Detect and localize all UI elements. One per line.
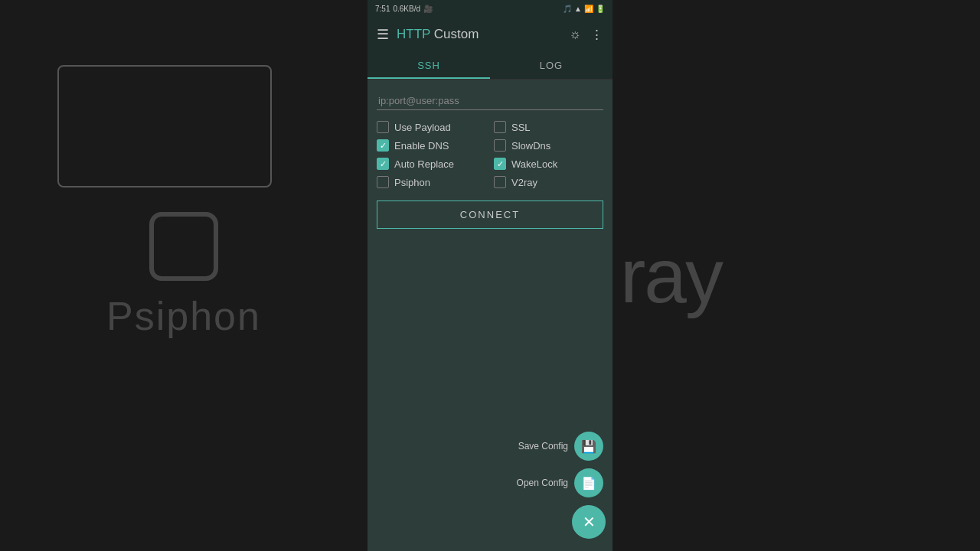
checkbox-enable-dns-label: Enable DNS xyxy=(394,140,449,152)
bg-outline-box xyxy=(57,65,272,187)
checkbox-auto-replace[interactable]: Auto Replace xyxy=(377,158,486,170)
phone-frame: 7:51 0.6KB/d 🎥 🎵 ▲ 📶 🔋 ☰ HTTP Custom ☼ ⋮… xyxy=(368,0,612,551)
checkbox-ssl-box[interactable] xyxy=(494,121,506,133)
more-options-icon[interactable]: ⋮ xyxy=(590,27,603,43)
close-icon: ✕ xyxy=(583,513,596,531)
psiphon-icon-bg xyxy=(149,212,218,281)
theme-icon[interactable]: ☼ xyxy=(569,27,581,42)
open-config-button[interactable]: 📄 xyxy=(574,468,603,497)
background-left: Psiphon xyxy=(0,0,368,551)
ssh-content: Use Payload SSL Enable DNS SlowDns Auto … xyxy=(368,80,612,551)
checkbox-v2ray-box[interactable] xyxy=(494,176,506,188)
checkbox-psiphon-label: Psiphon xyxy=(394,177,430,188)
battery-icon: 🔋 xyxy=(596,5,605,13)
camera-icon: 🎥 xyxy=(423,5,433,13)
checkbox-v2ray[interactable]: V2ray xyxy=(494,176,603,188)
checkbox-psiphon-box[interactable] xyxy=(377,176,389,188)
checkbox-slow-dns-label: SlowDns xyxy=(511,140,550,152)
checkbox-enable-dns-box[interactable] xyxy=(377,139,389,152)
background-right: ray xyxy=(605,0,980,551)
wifi-icon: ▲ xyxy=(574,5,582,13)
status-data: 0.6KB/d xyxy=(393,5,420,13)
checkbox-wake-lock[interactable]: WakeLock xyxy=(494,158,603,170)
status-bar: 7:51 0.6KB/d 🎥 🎵 ▲ 📶 🔋 xyxy=(368,0,612,17)
checkbox-slow-dns[interactable]: SlowDns xyxy=(494,139,603,152)
save-config-button[interactable]: 💾 xyxy=(574,432,603,461)
checkbox-use-payload-box[interactable] xyxy=(377,121,389,133)
ssh-input[interactable] xyxy=(377,92,603,110)
connect-button[interactable]: CONNECT xyxy=(377,201,603,229)
status-icons: 🎵 ▲ 📶 🔋 xyxy=(563,5,605,13)
signal-icon: 📶 xyxy=(584,5,593,13)
tab-log[interactable]: LOG xyxy=(490,52,612,79)
status-time: 7:51 xyxy=(375,5,390,13)
save-config-label: Save Config xyxy=(518,441,568,452)
http-label: HTTP xyxy=(397,27,430,41)
app-title: HTTP Custom xyxy=(397,27,561,42)
checkbox-ssl-label: SSL xyxy=(511,122,531,133)
open-config-label: Open Config xyxy=(517,478,568,488)
checkbox-auto-replace-box[interactable] xyxy=(377,158,389,170)
psiphon-text-bg: Psiphon xyxy=(106,293,261,339)
app-header: ☰ HTTP Custom ☼ ⋮ xyxy=(368,17,612,52)
open-config-row: Open Config 📄 xyxy=(517,468,603,497)
hamburger-icon[interactable]: ☰ xyxy=(377,26,389,43)
checkbox-slow-dns-box[interactable] xyxy=(494,139,506,152)
checkbox-auto-replace-label: Auto Replace xyxy=(394,158,454,170)
header-icons: ☼ ⋮ xyxy=(569,27,603,43)
checkbox-v2ray-label: V2ray xyxy=(511,177,537,188)
ssh-input-container xyxy=(377,92,603,110)
tab-ssh[interactable]: SSH xyxy=(368,52,490,79)
save-config-row: Save Config 💾 xyxy=(518,432,603,461)
checkbox-wake-lock-box[interactable] xyxy=(494,158,506,170)
close-fab-row: ✕ xyxy=(572,505,603,539)
checkbox-use-payload[interactable]: Use Payload xyxy=(377,121,486,133)
checkbox-psiphon[interactable]: Psiphon xyxy=(377,176,486,188)
checkboxes-grid: Use Payload SSL Enable DNS SlowDns Auto … xyxy=(377,121,603,188)
ray-text-bg: ray xyxy=(620,232,722,320)
tabs-bar: SSH LOG xyxy=(368,52,612,80)
save-icon: 💾 xyxy=(581,439,596,454)
bluetooth-icon: 🎵 xyxy=(563,5,572,13)
fab-area: Save Config 💾 Open Config 📄 ✕ xyxy=(517,432,603,539)
custom-label: Custom xyxy=(434,27,479,41)
checkbox-wake-lock-label: WakeLock xyxy=(511,158,557,170)
checkbox-enable-dns[interactable]: Enable DNS xyxy=(377,139,486,152)
checkbox-use-payload-label: Use Payload xyxy=(394,122,451,133)
open-icon: 📄 xyxy=(581,476,596,491)
checkbox-ssl[interactable]: SSL xyxy=(494,121,603,133)
close-fab-button[interactable]: ✕ xyxy=(572,505,606,539)
